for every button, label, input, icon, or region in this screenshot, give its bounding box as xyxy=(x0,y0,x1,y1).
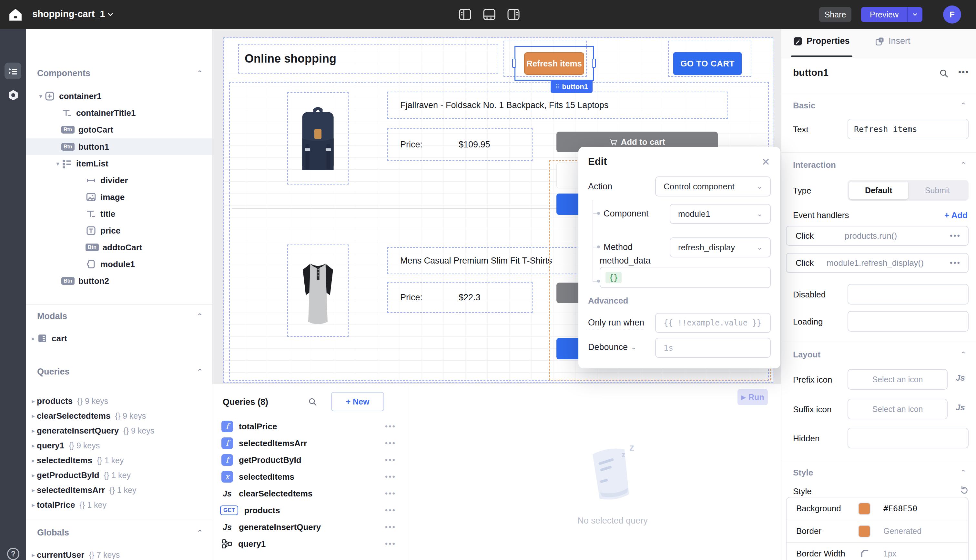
tree-item-gotoCart[interactable]: Btn gotoCart xyxy=(26,121,212,138)
tree-item-divider[interactable]: divider xyxy=(26,172,212,189)
query-node-getProductById[interactable]: ▸getProductById{} 1 key xyxy=(26,467,212,483)
tree-item-image[interactable]: image xyxy=(26,189,212,205)
layout-collapse-icon[interactable]: ⌃ xyxy=(961,350,966,359)
color-swatch[interactable] xyxy=(858,525,871,537)
query-list-item[interactable]: xselectedItems••• xyxy=(212,469,408,485)
query-list-item[interactable]: JsclearSelectedtems••• xyxy=(212,485,408,502)
query-list-item[interactable]: GETproducts••• xyxy=(212,502,408,518)
run-query-button[interactable]: ▶Run xyxy=(737,389,768,405)
debounce-label-wrap[interactable]: Debounce ⌄ xyxy=(588,342,636,352)
goto-cart-button[interactable]: GO TO CART xyxy=(673,52,742,75)
style-collapse-icon[interactable]: ⌃ xyxy=(961,468,966,477)
header-container[interactable]: Online shopping xyxy=(238,44,498,73)
resize-handle-left[interactable] xyxy=(512,59,516,68)
text-input[interactable]: Refresh items xyxy=(848,119,969,139)
more-options-icon[interactable]: ••• xyxy=(385,523,396,532)
query-node-query1[interactable]: ▸query1{} 9 keys xyxy=(26,437,212,454)
action-select[interactable]: Control component⌄ xyxy=(655,177,771,197)
tree-item-itemList[interactable]: ▾ itemList xyxy=(26,155,212,172)
style-row-border-width[interactable]: Border Width 1px xyxy=(787,543,968,560)
only-run-when-input[interactable]: {{ !!example.value }} xyxy=(655,313,771,333)
debounce-input[interactable]: 1s xyxy=(655,338,771,358)
search-icon[interactable] xyxy=(939,68,949,80)
query-node-selectedItemsArr[interactable]: ▸selectedItemsArr{} 1 key xyxy=(26,482,212,498)
tab-properties[interactable]: Properties xyxy=(793,36,850,46)
tab-insert[interactable]: Insert xyxy=(875,36,911,46)
interaction-collapse-icon[interactable]: ⌃ xyxy=(961,161,966,169)
more-options-icon[interactable]: ••• xyxy=(950,258,961,267)
tree-item-button1[interactable]: Btn button1 xyxy=(26,138,212,155)
basic-collapse-icon[interactable]: ⌃ xyxy=(961,101,966,110)
product-price-slot[interactable]: Price: $22.3 xyxy=(387,282,532,313)
type-option-submit[interactable]: Submit xyxy=(908,182,967,199)
home-icon[interactable] xyxy=(8,7,23,23)
reset-style-icon[interactable] xyxy=(959,485,969,496)
app-title-chevron-icon[interactable] xyxy=(107,11,114,20)
product-price-slot[interactable]: Price: $109.95 xyxy=(387,128,532,161)
caret-right-icon[interactable]: ▸ xyxy=(30,335,37,342)
query-node-selectedItems[interactable]: ▸selectedItems{} 1 key xyxy=(26,452,212,469)
datasource-hexagon-icon[interactable] xyxy=(7,89,19,103)
event-handler-row[interactable]: Click module1.refresh_display() ••• xyxy=(786,253,969,273)
query-node-products[interactable]: ▸products{} 9 keys xyxy=(26,393,212,409)
more-options-icon[interactable]: ••• xyxy=(385,506,396,515)
preview-button[interactable]: Preview xyxy=(861,7,908,22)
hidden-input[interactable] xyxy=(848,428,969,448)
tree-item-containerTitle1[interactable]: containerTitle1 xyxy=(26,105,212,121)
new-query-button[interactable]: + New xyxy=(331,392,384,411)
more-options-icon[interactable]: ••• xyxy=(385,422,396,431)
avatar[interactable]: F xyxy=(943,5,961,23)
refresh-items-button[interactable]: Refresh items xyxy=(524,52,584,75)
more-options-icon[interactable]: ••• xyxy=(950,231,961,240)
event-handler-row[interactable]: Click products.run() ••• xyxy=(786,226,969,246)
query-node-generateInsertQuery[interactable]: ▸generateInsertQuery{} 9 keys xyxy=(26,422,212,439)
toggle-right-panel-icon[interactable] xyxy=(507,8,520,23)
more-options-icon[interactable]: ••• xyxy=(385,539,396,548)
more-options-icon[interactable]: ••• xyxy=(958,67,969,77)
modals-collapse-icon[interactable]: ⌃ xyxy=(197,312,203,321)
suffix-icon-js-toggle[interactable]: Js xyxy=(956,403,965,413)
tree-item-title[interactable]: title xyxy=(26,205,212,222)
product-image-slot[interactable] xyxy=(287,245,349,337)
resize-handle-right[interactable] xyxy=(592,59,596,68)
component-select[interactable]: module1⌄ xyxy=(670,204,771,224)
toggle-left-panel-icon[interactable] xyxy=(458,8,472,23)
inspector-tree-icon[interactable] xyxy=(5,63,21,79)
tree-item-module1[interactable]: module1 xyxy=(26,256,212,273)
tree-item-container1[interactable]: ▾ container1 xyxy=(26,88,212,105)
close-icon[interactable]: ✕ xyxy=(761,156,770,168)
type-option-default[interactable]: Default xyxy=(849,182,908,199)
more-options-icon[interactable]: ••• xyxy=(385,455,396,465)
query-list-item[interactable]: JsgenerateInsertQuery••• xyxy=(212,519,408,535)
add-event-handler-button[interactable]: + Add xyxy=(944,210,968,220)
disabled-input[interactable] xyxy=(848,284,969,305)
share-button[interactable]: Share xyxy=(819,7,851,22)
help-icon[interactable]: ? xyxy=(7,548,19,560)
query-list-item[interactable]: query1••• xyxy=(212,536,408,552)
method-select[interactable]: refresh_display⌄ xyxy=(670,237,771,257)
queries-collapse-icon[interactable]: ⌃ xyxy=(197,367,203,377)
product-title-slot[interactable]: Fjallraven - Foldsack No. 1 Backpack, Fi… xyxy=(387,92,728,119)
style-row-background[interactable]: Background #E68E50 xyxy=(787,497,968,520)
global-node-currentUser[interactable]: ▸currentUser{} 7 keys xyxy=(26,547,212,560)
query-list-item[interactable]: ftotalPrice••• xyxy=(212,418,408,435)
color-swatch[interactable] xyxy=(858,503,871,515)
query-node-clearSelectedtems[interactable]: ▸clearSelectedtems{} 9 keys xyxy=(26,407,212,424)
tree-item-cart-modal[interactable]: ▸ cart xyxy=(26,330,212,347)
loading-input[interactable] xyxy=(848,311,969,332)
method-data-input[interactable]: {} xyxy=(600,267,771,288)
tree-item-addtoCart[interactable]: Btn addtoCart xyxy=(26,239,212,256)
query-list-item[interactable]: fgetProductById••• xyxy=(212,452,408,468)
more-options-icon[interactable]: ••• xyxy=(385,472,396,481)
app-title[interactable]: shopping-cart_1 xyxy=(32,9,105,19)
components-collapse-icon[interactable]: ⌃ xyxy=(197,69,203,78)
preview-dropdown-chevron-icon[interactable] xyxy=(908,7,923,22)
search-icon[interactable] xyxy=(308,397,318,408)
prefix-icon-select[interactable]: Select an icon xyxy=(848,369,948,390)
drag-handle-icon[interactable]: ⠿ xyxy=(555,83,559,90)
tree-item-button2[interactable]: Btn button2 xyxy=(26,273,212,289)
prefix-icon-js-toggle[interactable]: Js xyxy=(956,373,965,383)
tree-item-price[interactable]: price xyxy=(26,222,212,239)
style-row-border[interactable]: Border Generated xyxy=(787,520,968,543)
more-options-icon[interactable]: ••• xyxy=(385,489,396,498)
